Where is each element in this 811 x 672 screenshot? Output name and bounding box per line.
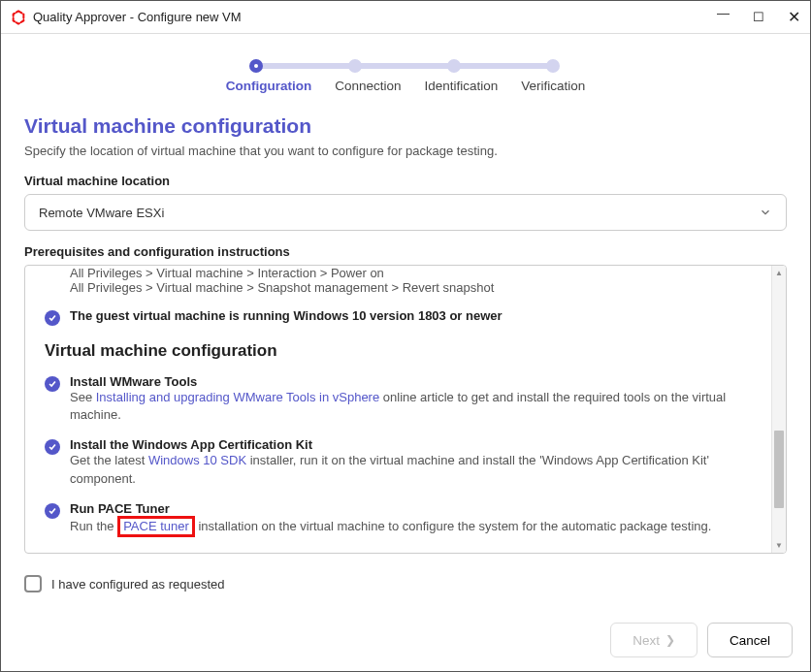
link-wmware-tools[interactable]: Installing and upgrading WMware Tools in… [96,390,379,404]
pace-tuner-highlight: PACE tuner [117,516,195,537]
prereq-item-pace-tuner: Run PACE Tuner Run the PACE tuner instal… [45,501,752,537]
link-pace-tuner[interactable]: PACE tuner [123,519,189,533]
item-title: Shut down the virtual machine [70,551,752,553]
window-controls: — ☐ ✕ [717,8,800,26]
cancel-button[interactable]: Cancel [707,623,793,657]
step-dot-verification[interactable] [546,59,560,73]
check-icon [45,310,60,326]
item-title: Install WMware Tools [70,374,752,389]
step-label-identification[interactable]: Identification [424,79,498,93]
step-labels: Configuration Connection Identification … [24,79,787,93]
prereq-item-wmware-tools: Install WMware Tools See Installing and … [45,374,752,424]
step-dot-identification[interactable] [447,59,461,73]
footer: Next ❯ Cancel [1,609,810,671]
prereq-item-shutdown: Shut down the virtual machine Select 'St… [45,551,752,553]
prereq-item-wack: Install the Windows App Certification Ki… [45,437,752,487]
chevron-down-icon [759,206,772,219]
vm-location-label: Virtual machine location [24,174,787,188]
app-logo-icon [11,10,26,25]
chevron-right-icon: ❯ [665,633,675,647]
step-label-connection[interactable]: Connection [335,79,401,93]
maximize-button[interactable]: ☐ [753,10,764,24]
item-desc: See Installing and upgrading WMware Tool… [70,389,752,424]
confirm-row: I have configured as requested [24,575,787,592]
confirm-checkbox[interactable] [24,575,42,592]
check-icon [45,439,60,455]
titlebar: Quality Approver - Configure new VM — ☐ … [1,1,810,34]
check-icon [45,376,60,392]
item-desc: Get the latest Windows 10 SDK installer,… [70,452,752,487]
minimize-button[interactable]: — [717,6,730,20]
scrollbar[interactable]: ▲ ▼ [771,266,786,553]
privilege-line: All Privileges > Virtual machine > Snaps… [70,280,752,295]
item-title: Run PACE Tuner [70,501,752,516]
step-dot-connection[interactable] [348,59,362,73]
vm-location-value: Remote VMware ESXi [39,206,164,220]
item-desc: Run the PACE tuner installation on the v… [70,516,752,537]
step-label-verification[interactable]: Verification [521,79,585,93]
prereq-panel: All Privileges > Virtual machine > Inter… [24,265,787,554]
item-title: Install the Windows App Certification Ki… [70,437,752,452]
privilege-line: All Privileges > Virtual machine > Inter… [70,266,752,280]
check-icon [45,503,60,519]
step-label-configuration[interactable]: Configuration [226,79,311,93]
scroll-thumb[interactable] [774,431,784,508]
vm-config-heading: Virtual machine configuration [45,341,752,361]
next-button[interactable]: Next ❯ [610,623,697,657]
prereq-label: Prerequisites and configuration instruct… [24,244,787,259]
vm-location-select[interactable]: Remote VMware ESXi [24,194,787,231]
scroll-up-button[interactable]: ▲ [772,266,786,280]
link-win10-sdk[interactable]: Windows 10 SDK [148,453,246,467]
page-title: Virtual machine configuration [24,114,787,138]
page-subtitle: Specify the location of virtual machine … [24,144,787,158]
wizard-stepper [255,59,556,73]
prereq-item-text: The guest virtual machine is running Win… [70,308,752,323]
confirm-label: I have configured as requested [51,577,225,592]
window-title: Quality Approver - Configure new VM [33,10,717,24]
step-dot-configuration[interactable] [249,59,263,73]
scroll-down-button[interactable]: ▼ [772,538,786,553]
close-button[interactable]: ✕ [788,8,800,26]
prereq-item-guest-os: The guest virtual machine is running Win… [45,308,752,326]
